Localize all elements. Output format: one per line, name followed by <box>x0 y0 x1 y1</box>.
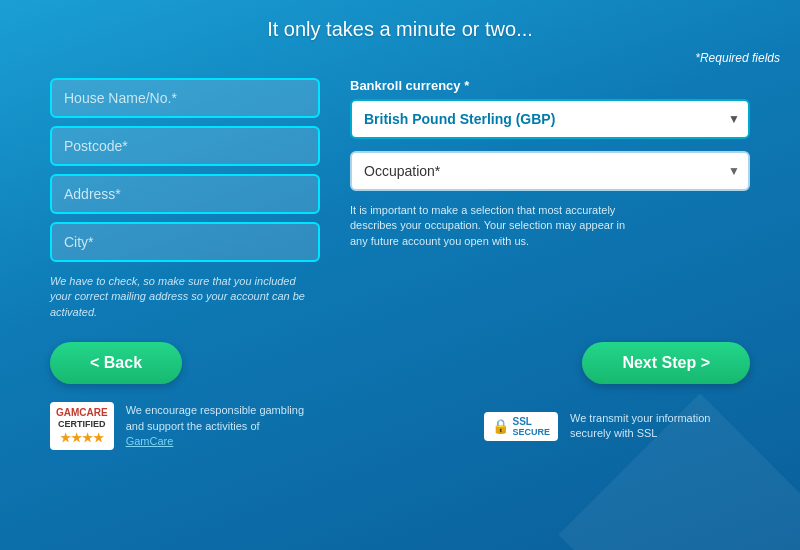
occupation-select[interactable]: Occupation* Employed Self-Employed Stude… <box>350 151 750 191</box>
gamcare-section: GAMCARE CERTIFIED ★★★★ We encourage resp… <box>50 402 306 450</box>
currency-select-wrapper: British Pound Sterling (GBP) Euro (EUR) … <box>350 99 750 139</box>
occupation-note: It is important to make a selection that… <box>350 203 630 249</box>
currency-label: Bankroll currency * <box>350 78 750 93</box>
gamcare-link[interactable]: GamCare <box>126 435 174 447</box>
ssl-bottom-label: SECURE <box>512 427 550 437</box>
ssl-top-label: SSL <box>512 416 550 427</box>
ssl-section: 🔒 SSL SECURE We transmit your informatio… <box>484 411 750 442</box>
footer: GAMCARE CERTIFIED ★★★★ We encourage resp… <box>0 384 800 450</box>
gamcare-badge: GAMCARE CERTIFIED ★★★★ <box>50 402 114 450</box>
occupation-select-wrapper: Occupation* Employed Self-Employed Stude… <box>350 151 750 191</box>
address-input[interactable] <box>50 174 320 214</box>
buttons-row: < Back Next Step > <box>0 320 800 384</box>
page-title: It only takes a minute or two... <box>0 0 800 51</box>
address-note: We have to check, so make sure that you … <box>50 274 310 320</box>
ssl-badge: 🔒 SSL SECURE <box>484 412 558 441</box>
postcode-input[interactable] <box>50 126 320 166</box>
gamcare-title: GAMCARE <box>56 406 108 419</box>
gamcare-stars: ★★★★ <box>56 431 108 447</box>
ssl-lock-icon: 🔒 <box>492 418 509 434</box>
gamcare-subtitle: CERTIFIED <box>56 419 108 431</box>
left-form-column: We have to check, so make sure that you … <box>50 78 320 320</box>
currency-select[interactable]: British Pound Sterling (GBP) Euro (EUR) … <box>350 99 750 139</box>
required-fields-label: *Required fields <box>0 51 800 73</box>
right-form-column: Bankroll currency * British Pound Sterli… <box>350 78 750 320</box>
city-input[interactable] <box>50 222 320 262</box>
house-name-input[interactable] <box>50 78 320 118</box>
gamcare-text: We encourage responsible gambling and su… <box>126 403 306 449</box>
ssl-text: We transmit your information securely wi… <box>570 411 750 442</box>
next-step-button[interactable]: Next Step > <box>582 342 750 384</box>
back-button[interactable]: < Back <box>50 342 182 384</box>
